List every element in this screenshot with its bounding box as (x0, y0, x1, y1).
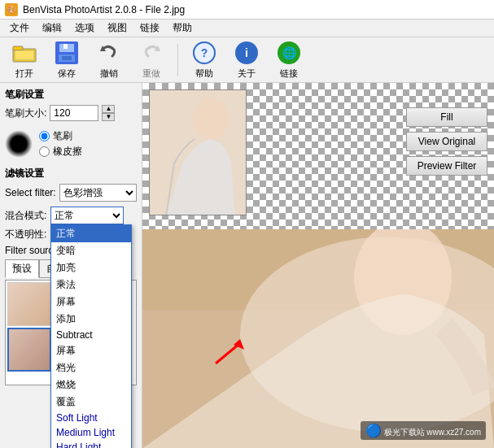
svg-line-17 (216, 343, 240, 363)
svg-rect-7 (62, 56, 72, 60)
spinner-down[interactable]: ▼ (102, 113, 115, 121)
menu-options[interactable]: 选项 (68, 20, 101, 36)
menu-help[interactable]: 帮助 (166, 20, 199, 36)
brush-type-group: 笔刷 橡皮擦 (39, 129, 82, 159)
title-bar: 🎨 BenVista PhotoArtist 2.0.8 - File 2.jp… (0, 0, 494, 20)
blend-option-hardlight[interactable]: Hard Light (51, 440, 131, 448)
redo-icon (138, 40, 164, 66)
preview-filter-button[interactable]: Preview Filter (406, 156, 487, 176)
blend-option-lighten[interactable]: 加亮 (51, 259, 131, 276)
right-panel: 🔵 极光下载站 www.xz27.com Fill View Original … (142, 83, 494, 448)
info-icon: i (234, 40, 260, 66)
undo-icon (96, 40, 122, 66)
menu-view[interactable]: 视图 (101, 20, 133, 36)
brush-preview (5, 130, 33, 158)
blend-dropdown[interactable]: 正常 变暗 加亮 乘法 屏幕 添加 Subtract 屏幕 档光 燃烧 覆盖 S… (50, 224, 132, 448)
save-icon (54, 40, 80, 66)
brush-section-title: 笔刷设置 (5, 88, 137, 102)
menu-file[interactable]: 文件 (3, 20, 36, 36)
link-button[interactable]: 🌐 链接 (271, 38, 307, 81)
about-button[interactable]: i 关于 (229, 38, 264, 81)
svg-rect-12 (150, 90, 247, 215)
link-label: 链接 (280, 67, 298, 80)
opacity-label: 不透明性: (5, 228, 46, 241)
brush-size-input[interactable] (50, 105, 98, 121)
redo-button[interactable]: 重做 (133, 38, 169, 81)
blend-option-multiply[interactable]: 乘法 (51, 276, 131, 294)
canvas-area-bottom: 🔵 极光下载站 www.xz27.com (142, 229, 494, 448)
link-icon: 🌐 (276, 40, 302, 66)
spinner-up[interactable]: ▲ (102, 105, 115, 113)
svg-rect-2 (15, 50, 34, 60)
save-button[interactable]: 保存 (49, 38, 85, 81)
preset-thumb-3[interactable] (7, 328, 51, 372)
filter-select[interactable]: 色彩增强 黑白 模糊 锐化 (59, 184, 137, 202)
blend-option-overlay[interactable]: 覆盖 (51, 394, 131, 411)
title-text: BenVista PhotoArtist 2.0.8 - File 2.jpg (23, 4, 185, 15)
help-icon: ? (191, 40, 217, 66)
thumbnail-image (149, 89, 247, 215)
blend-option-screen[interactable]: 屏幕 (51, 294, 131, 311)
right-buttons: Fill View Original Preview Filter (406, 107, 487, 176)
help-label: 帮助 (195, 67, 213, 80)
blend-mode-select[interactable]: 正常 (50, 207, 124, 224)
open-label: 打开 (15, 67, 33, 80)
watermark: 🔵 极光下载站 www.xz27.com (361, 421, 486, 440)
help-button[interactable]: ? 帮助 (186, 38, 222, 81)
redo-label: 重做 (142, 67, 160, 80)
view-original-button[interactable]: View Original (406, 132, 487, 151)
select-filter-row: Select filter: 色彩增强 黑白 模糊 锐化 (5, 184, 137, 202)
blend-option-medlight[interactable]: Medium Light (51, 425, 131, 440)
open-button[interactable]: 打开 (7, 38, 42, 81)
undo-button[interactable]: 撤销 (91, 38, 127, 81)
blend-option-softlight[interactable]: Soft Light (51, 411, 131, 425)
arrow-indicator (208, 335, 248, 370)
svg-rect-1 (13, 46, 23, 50)
open-icon (11, 40, 37, 66)
watermark-text: 极光下载站 www.xz27.com (384, 428, 481, 437)
blend-option-subtract[interactable]: Subtract (51, 328, 131, 342)
toolbar: 打开 保存 撤销 重做 (0, 37, 494, 83)
app-icon: 🎨 (5, 3, 18, 16)
blend-option-screen2[interactable]: 屏幕 (51, 342, 131, 359)
blend-option-burn[interactable]: 燃烧 (51, 376, 131, 394)
menu-bar: 文件 编辑 选项 视图 链接 帮助 (0, 20, 494, 37)
undo-label: 撤销 (100, 67, 118, 80)
blend-mode-label: 混合模式: (5, 209, 47, 223)
radio-brush[interactable]: 笔刷 (39, 129, 82, 143)
filter-section-title: 滤镜设置 (5, 167, 137, 181)
menu-edit[interactable]: 编辑 (36, 20, 68, 36)
left-panel: 笔刷设置 笔刷大小: ▲ ▼ 笔刷 橡皮擦 滤镜设置 Selec (0, 83, 142, 448)
brush-size-label: 笔刷大小: (5, 107, 46, 120)
blend-option-normal[interactable]: 正常 (51, 225, 131, 242)
blend-option-shield[interactable]: 档光 (51, 359, 131, 376)
blend-option-darken[interactable]: 变暗 (51, 242, 131, 259)
brush-size-spinner: ▲ ▼ (102, 105, 115, 121)
preset-tab-presets[interactable]: 预设 (5, 259, 39, 278)
svg-rect-5 (63, 44, 68, 49)
blend-option-add[interactable]: 添加 (51, 311, 131, 328)
select-filter-label: Select filter: (5, 187, 56, 198)
fill-button[interactable]: Fill (406, 107, 487, 127)
menu-link[interactable]: 链接 (133, 20, 166, 36)
preset-thumb-1[interactable] (7, 282, 51, 326)
toolbar-sep-1 (177, 44, 178, 76)
radio-eraser[interactable]: 橡皮擦 (39, 145, 82, 159)
save-label: 保存 (58, 67, 76, 80)
blend-container: 正常 正常 变暗 加亮 乘法 屏幕 添加 Subtract 屏幕 档光 燃烧 覆… (50, 207, 124, 224)
about-label: 关于 (238, 67, 256, 80)
main-area: 笔刷设置 笔刷大小: ▲ ▼ 笔刷 橡皮擦 滤镜设置 Selec (0, 83, 494, 448)
blend-mode-row: 混合模式: 正常 正常 变暗 加亮 乘法 屏幕 添加 Subtract 屏幕 档… (5, 207, 137, 224)
brush-size-row: 笔刷大小: ▲ ▼ (5, 105, 137, 121)
